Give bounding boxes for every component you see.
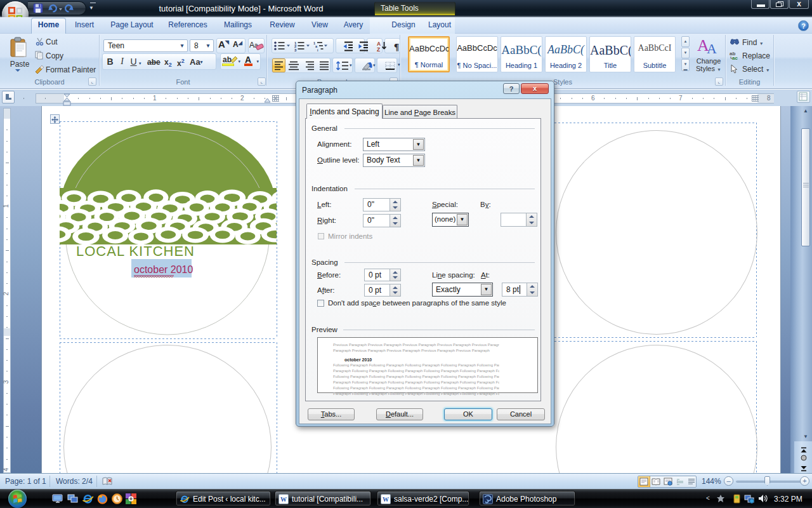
svg-text:A: A [707,41,717,55]
svg-text:¶: ¶ [394,42,399,52]
svg-text:i: i [317,48,318,52]
svg-text:▾: ▾ [373,63,376,67]
svg-text:▾: ▾ [350,63,352,67]
svg-text:Z: Z [377,46,380,52]
svg-text:3: 3 [294,48,297,52]
svg-text:A: A [249,41,254,50]
svg-text:ac: ac [732,55,738,60]
svg-text:LOCAL KITCHEN: LOCAL KITCHEN [76,243,195,259]
svg-text:october 2010: october 2010 [134,264,193,275]
